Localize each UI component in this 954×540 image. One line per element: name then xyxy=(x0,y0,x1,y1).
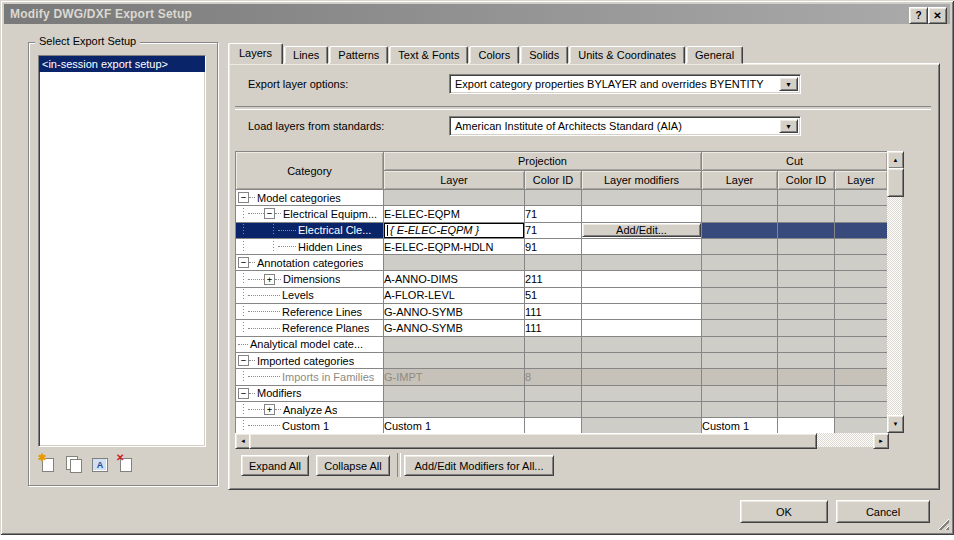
projection-layer-modifiers-cell[interactable] xyxy=(582,304,702,320)
cut-color-id-cell xyxy=(778,271,835,287)
horizontal-scroll-thumb[interactable] xyxy=(249,433,817,449)
load-layers-label: Load layers from standards: xyxy=(248,120,384,132)
scroll-right-icon[interactable]: ► xyxy=(873,433,889,449)
export-layer-options-value: Export category properties BYLAYER and o… xyxy=(452,77,781,91)
category-label: Reference Planes xyxy=(280,322,369,334)
load-layers-combo[interactable]: American Institute of Architects Standar… xyxy=(449,116,801,136)
category-label: Modifiers xyxy=(255,387,302,399)
tab-units-coordinates[interactable]: Units & Coordinates xyxy=(569,46,685,64)
category-cell[interactable]: +Dimensions xyxy=(236,271,384,287)
category-cell[interactable]: Levels xyxy=(236,287,384,303)
projection-layer-modifiers-cell[interactable] xyxy=(582,287,702,303)
table-row: −Model categories xyxy=(236,190,888,206)
chevron-down-icon[interactable]: ▼ xyxy=(779,77,798,91)
category-cell[interactable]: Reference Planes xyxy=(236,320,384,336)
category-cell[interactable]: +Analyze As xyxy=(236,401,384,417)
cut-layer-modifiers-cell xyxy=(835,287,888,303)
tab-lines[interactable]: Lines xyxy=(284,46,328,64)
collapse-toggle-icon[interactable]: − xyxy=(264,208,275,219)
rename-export-setup-button[interactable]: A xyxy=(90,455,109,474)
projection-layer-modifiers-cell xyxy=(582,352,702,368)
projection-color-id-cell[interactable]: 51 xyxy=(525,287,582,303)
tab-solids[interactable]: Solids xyxy=(520,46,568,64)
cut-layer-cell[interactable]: Custom 1 xyxy=(702,418,778,434)
table-row: Imports in FamiliesG-IMPT8 xyxy=(236,369,888,385)
category-cell[interactable]: −Modifiers xyxy=(236,385,384,401)
expand-all-button[interactable]: Expand All xyxy=(241,455,309,476)
tab-colors[interactable]: Colors xyxy=(469,46,519,64)
layer-name-edit-box[interactable]: { E-ELEC-EQPM } xyxy=(384,223,524,238)
ok-button[interactable]: OK xyxy=(740,500,828,523)
export-setup-list[interactable]: <in-session export setup> xyxy=(38,55,206,447)
category-cell[interactable]: Analytical model cate... xyxy=(236,336,384,352)
category-cell[interactable]: −Annotation categories xyxy=(236,255,384,271)
projection-color-id-cell[interactable]: 111 xyxy=(525,304,582,320)
collapse-all-button[interactable]: Collapse All xyxy=(316,455,390,476)
tab-patterns[interactable]: Patterns xyxy=(329,46,388,64)
column-header-projection-layer: Layer xyxy=(384,171,525,190)
projection-layer-cell xyxy=(384,352,525,368)
projection-layer-modifiers-cell[interactable] xyxy=(582,206,702,222)
scroll-up-icon[interactable]: ▲ xyxy=(887,151,904,169)
projection-color-id-cell[interactable]: 71 xyxy=(525,222,582,238)
projection-layer-cell[interactable]: A-FLOR-LEVL xyxy=(384,287,525,303)
scroll-down-icon[interactable]: ▼ xyxy=(887,415,904,433)
horizontal-scrollbar[interactable]: ◄ ► xyxy=(235,433,887,447)
resize-grip-icon[interactable] xyxy=(936,517,949,530)
category-cell[interactable]: Custom 1 xyxy=(236,418,384,434)
collapse-toggle-icon[interactable]: − xyxy=(238,355,249,366)
projection-color-id-cell[interactable]: 211 xyxy=(525,271,582,287)
projection-color-id-cell[interactable]: 111 xyxy=(525,320,582,336)
projection-color-id-cell[interactable] xyxy=(525,418,582,434)
category-label: Imported categories xyxy=(255,355,354,367)
new-export-setup-button[interactable]: ✱ xyxy=(38,455,57,474)
category-cell[interactable]: −Model categories xyxy=(236,190,384,206)
category-cell[interactable]: −Imported categories xyxy=(236,352,384,368)
layers-tab-page: Export layer options: Export category pr… xyxy=(228,63,940,490)
projection-color-id-cell[interactable]: 91 xyxy=(525,238,582,254)
expand-toggle-icon[interactable]: + xyxy=(264,274,275,285)
collapse-toggle-icon[interactable]: − xyxy=(238,192,249,203)
vertical-scrollbar[interactable]: ▲ ▼ xyxy=(887,151,902,433)
tab-layers[interactable]: Layers xyxy=(228,43,283,64)
projection-layer-modifiers-cell[interactable]: Add/Edit... xyxy=(582,222,702,238)
help-button[interactable]: ? xyxy=(909,7,928,24)
window-title: Modify DWG/DXF Export Setup xyxy=(10,7,192,21)
cancel-button[interactable]: Cancel xyxy=(836,500,930,523)
projection-color-id-cell[interactable]: 71 xyxy=(525,206,582,222)
vertical-scroll-thumb[interactable] xyxy=(887,168,904,197)
column-header-cut-color-id: Color ID xyxy=(778,171,835,190)
export-setup-item[interactable]: <in-session export setup> xyxy=(39,56,205,72)
category-cell[interactable]: Electrical Cle... xyxy=(236,222,384,238)
chevron-down-icon[interactable]: ▼ xyxy=(779,119,798,133)
projection-layer-cell[interactable]: G-ANNO-SYMB xyxy=(384,320,525,336)
projection-layer-cell[interactable]: { E-ELEC-EQPM } xyxy=(384,222,525,238)
category-cell[interactable]: −Electrical Equipm... xyxy=(236,206,384,222)
collapse-toggle-icon[interactable]: − xyxy=(238,388,249,399)
expand-toggle-icon[interactable]: + xyxy=(264,404,275,415)
category-cell[interactable]: Imports in Families xyxy=(236,369,384,385)
collapse-toggle-icon[interactable]: − xyxy=(238,257,249,268)
projection-layer-modifiers-cell[interactable] xyxy=(582,238,702,254)
tab-text-fonts[interactable]: Text & Fonts xyxy=(389,46,468,64)
export-layer-options-combo[interactable]: Export category properties BYLAYER and o… xyxy=(449,74,801,94)
projection-layer-modifiers-cell[interactable] xyxy=(582,320,702,336)
category-cell[interactable]: Hidden Lines xyxy=(236,238,384,254)
projection-layer-cell[interactable]: Custom 1 xyxy=(384,418,525,434)
projection-layer-cell[interactable]: G-ANNO-SYMB xyxy=(384,304,525,320)
close-button[interactable]: ✕ xyxy=(928,7,947,24)
cut-color-id-cell xyxy=(778,304,835,320)
cut-color-id-cell[interactable] xyxy=(778,418,835,434)
projection-layer-cell[interactable]: E-ELEC-EQPM-HDLN xyxy=(384,238,525,254)
projection-layer-modifiers-cell[interactable] xyxy=(582,271,702,287)
add-edit-modifiers-for-all-button[interactable]: Add/Edit Modifiers for All... xyxy=(404,455,554,476)
projection-layer-cell[interactable]: A-ANNO-DIMS xyxy=(384,271,525,287)
duplicate-export-setup-button[interactable] xyxy=(64,455,83,474)
add-edit-button[interactable]: Add/Edit... xyxy=(582,223,701,237)
cut-layer-cell xyxy=(702,206,778,222)
cut-color-id-cell xyxy=(778,255,835,271)
tab-general[interactable]: General xyxy=(686,46,743,64)
projection-layer-cell[interactable]: E-ELEC-EQPM xyxy=(384,206,525,222)
delete-export-setup-button[interactable]: ✕ xyxy=(116,455,135,474)
category-cell[interactable]: Reference Lines xyxy=(236,304,384,320)
